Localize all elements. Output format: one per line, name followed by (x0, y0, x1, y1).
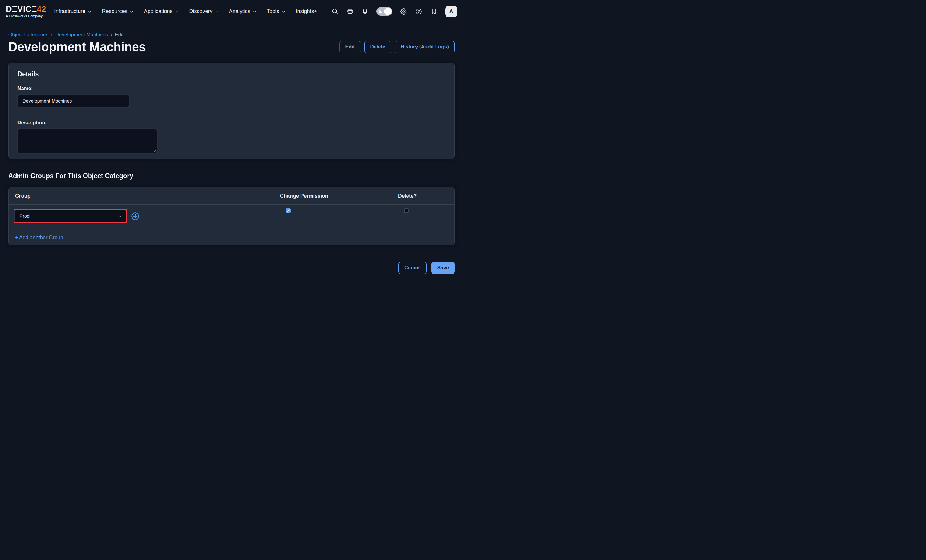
footer-actions: Cancel Save (8, 262, 455, 274)
logo-42: 42 (37, 5, 46, 14)
device42-logo[interactable]: DΞVICΞ42 A Freshworks Company (6, 5, 46, 18)
history-audit-logs-button[interactable]: History (Audit Logs) (395, 41, 455, 53)
delete-button[interactable]: Delete (365, 41, 391, 53)
column-header-change-permission: Change Permission (272, 193, 390, 199)
description-field-wrap (17, 129, 157, 153)
description-textarea[interactable] (17, 129, 157, 153)
menu-infrastructure[interactable]: Infrastructure (54, 8, 92, 14)
admin-groups-heading: Admin Groups For This Object Category (8, 172, 437, 180)
toggle-knob (384, 8, 392, 15)
breadcrumb-current: Edit (115, 32, 123, 38)
details-heading: Details (17, 70, 428, 78)
help-icon[interactable]: ? (415, 8, 422, 15)
main-menu: Infrastructure Resources Applications Di… (54, 8, 317, 14)
name-input[interactable] (17, 95, 129, 107)
table-footer-row: + Add another Group (9, 229, 454, 245)
column-header-group: Group (9, 193, 272, 199)
cancel-button[interactable]: Cancel (398, 262, 427, 274)
menu-resources[interactable]: Resources (102, 8, 133, 14)
page-actions: Edit Delete History (Audit Logs) (339, 41, 455, 53)
title-row: Development Machines Edit Delete History… (8, 39, 455, 54)
add-another-group-link[interactable]: + Add another Group (15, 235, 63, 241)
chevron-down-icon (118, 214, 122, 219)
theme-toggle[interactable] (377, 7, 392, 16)
chevron-down-icon (282, 10, 286, 14)
main-content: Object Categories › Development Machines… (0, 32, 463, 274)
menu-applications[interactable]: Applications (144, 8, 179, 14)
delete-checkbox[interactable] (404, 208, 409, 213)
breadcrumb-object-categories[interactable]: Object Categories (8, 32, 48, 38)
avatar[interactable]: A (445, 6, 457, 17)
table-header-row: Group Change Permission Delete? (9, 187, 454, 204)
moon-stars-icon (378, 9, 384, 14)
group-cell: Prod (9, 209, 272, 223)
svg-text:?: ? (418, 9, 420, 14)
name-label: Name: (17, 86, 446, 92)
breadcrumb: Object Categories › Development Machines… (8, 32, 455, 38)
bell-icon[interactable] (362, 8, 369, 15)
search-icon[interactable] (331, 8, 338, 15)
menu-tools[interactable]: Tools (267, 8, 286, 14)
change-permission-checkbox[interactable] (286, 208, 291, 213)
nav-right-icons: ? A (331, 6, 457, 17)
top-nav: DΞVICΞ42 A Freshworks Company Infrastruc… (0, 0, 463, 23)
admin-groups-table: Group Change Permission Delete? Prod (8, 187, 455, 246)
group-select-red-highlight: Prod (14, 209, 127, 223)
chevron-down-icon (215, 10, 219, 14)
column-header-delete: Delete? (390, 193, 454, 199)
menu-insights[interactable]: Insights+ (296, 8, 318, 14)
description-label: Description: (17, 120, 446, 126)
edit-button[interactable]: Edit (339, 41, 360, 53)
globe-icon[interactable] (346, 8, 353, 15)
group-select[interactable]: Prod (14, 210, 126, 222)
logo-wordmark: DΞVICΞ42 (6, 5, 46, 13)
page-title: Development Machines (8, 39, 146, 54)
chevron-down-icon (175, 10, 179, 14)
group-select-value: Prod (20, 214, 30, 219)
save-button[interactable]: Save (431, 262, 455, 274)
add-group-plus-icon[interactable] (131, 212, 140, 221)
table-row: Prod (9, 204, 454, 229)
breadcrumb-separator: › (110, 32, 112, 38)
change-permission-cell (272, 208, 390, 213)
chevron-down-icon (88, 10, 92, 14)
chevron-down-icon (253, 10, 257, 14)
check-icon (286, 209, 290, 213)
details-card: Details Name: Description: (8, 63, 455, 159)
gear-icon[interactable] (400, 8, 407, 15)
breadcrumb-development-machines[interactable]: Development Machines (56, 32, 108, 38)
breadcrumb-separator: › (51, 32, 53, 38)
bookmark-icon[interactable] (430, 8, 437, 15)
menu-discovery[interactable]: Discovery (189, 8, 219, 14)
menu-analytics[interactable]: Analytics (229, 8, 257, 14)
chevron-down-icon (130, 10, 133, 14)
logo-tagline: A Freshworks Company (6, 14, 46, 18)
delete-cell (390, 208, 454, 213)
